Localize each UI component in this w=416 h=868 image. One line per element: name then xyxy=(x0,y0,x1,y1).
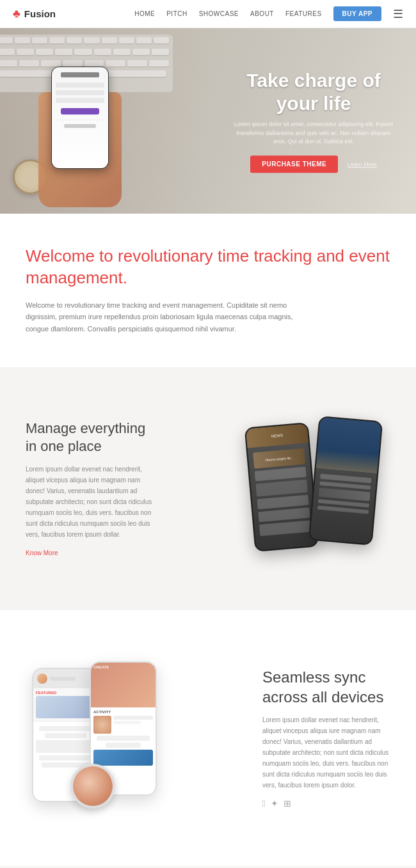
hero-description: Lorem ipsum dolor sit amet, consectetur … xyxy=(230,120,397,146)
manage-body: Lorem ipsum dollar evenet nac hendrerit,… xyxy=(26,464,154,540)
additional-section: Additional effects unique to app Lorem i… xyxy=(0,866,416,868)
logo-icon: ♣ xyxy=(13,7,20,20)
manage-text: Manage everything in one place Lorem ips… xyxy=(0,407,154,571)
navigation: ♣ Fusion Home Pitch Showcase About Featu… xyxy=(0,0,416,28)
android-icon[interactable]: ✦ xyxy=(271,798,278,809)
phone-in-hand xyxy=(38,67,122,207)
phone-screen-left: NEWS Obama targets tip... xyxy=(246,423,317,551)
hero-title: Take charge of your life xyxy=(230,69,397,115)
phone-screen xyxy=(52,67,108,168)
nav-links: Home Pitch Showcase About Features Buy A… xyxy=(134,6,403,21)
nav-home[interactable]: Home xyxy=(134,10,155,17)
nav-about[interactable]: About xyxy=(250,10,274,17)
sync-body: Lorem ipsum dollar evenet nac hendrerit,… xyxy=(262,714,397,791)
apple-icon[interactable]:  xyxy=(262,798,266,809)
logo-text: Fusion xyxy=(24,8,56,19)
phone-left: NEWS Obama targets tip... xyxy=(244,422,319,552)
nav-pitch[interactable]: Pitch xyxy=(166,10,188,17)
manage-heading: Manage everything in one place xyxy=(26,420,154,456)
sync-heading: Seamless sync across all devices xyxy=(262,667,397,707)
manage-link[interactable]: Know More xyxy=(26,549,58,556)
magnifier-decoration xyxy=(70,764,115,809)
magnifier-content xyxy=(73,766,113,806)
manage-phones: NEWS Obama targets tip... xyxy=(224,406,403,572)
windows-icon[interactable]: ⊞ xyxy=(284,798,291,809)
hero-phone xyxy=(51,67,109,169)
manage-section: Manage everything in one place Lorem ips… xyxy=(0,367,416,610)
nav-showcase[interactable]: Showcase xyxy=(199,10,239,17)
welcome-body: Welcome to revolutionary time tracking a… xyxy=(26,299,294,335)
hamburger-icon[interactable]: ☰ xyxy=(393,7,403,21)
sync-section: FEATURED CREATE ACTIVITY xyxy=(0,610,416,866)
purchase-button[interactable]: Purchase Theme xyxy=(250,155,338,173)
sync-text: Seamless sync across all devices Lorem i… xyxy=(262,654,416,821)
phone-right xyxy=(308,416,383,546)
buy-app-button[interactable]: Buy App xyxy=(333,6,381,21)
hero-text: Take charge of your life Lorem ipsum dol… xyxy=(230,69,397,173)
nav-features[interactable]: Features xyxy=(285,10,322,17)
hero-section: Take charge of your life Lorem ipsum dol… xyxy=(0,28,416,214)
platform-icons:  ✦ ⊞ xyxy=(262,798,397,809)
welcome-section: Welcome to revolutionary time tracking a… xyxy=(0,214,416,367)
sync-phones: FEATURED CREATE ACTIVITY xyxy=(13,649,192,828)
logo[interactable]: ♣ Fusion xyxy=(13,7,56,20)
learn-more-link[interactable]: Learn More xyxy=(348,161,377,168)
welcome-heading: Welcome to revolutionary time tracking a… xyxy=(26,246,390,289)
phone-screen-right xyxy=(310,417,381,544)
